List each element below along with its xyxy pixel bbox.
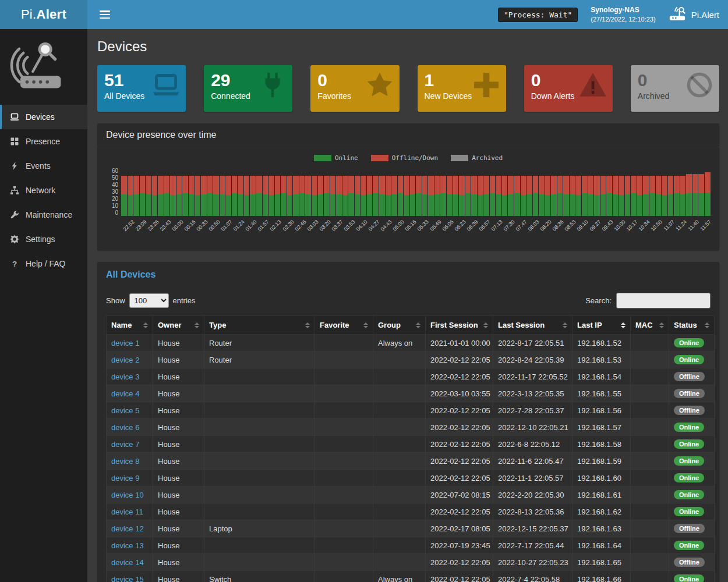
- entries-select[interactable]: 100: [129, 293, 169, 308]
- device-link[interactable]: device 5: [111, 406, 139, 415]
- bar-offline-segment: [478, 176, 483, 195]
- sidebar-item-help-faq[interactable]: ?Help / FAQ: [0, 251, 87, 276]
- device-link[interactable]: device 8: [111, 457, 139, 466]
- column-header-last_session[interactable]: Last Session: [493, 316, 572, 335]
- bar-online-segment: [459, 195, 465, 216]
- card-archived[interactable]: 0Archived: [631, 65, 719, 112]
- device-link[interactable]: device 13: [111, 541, 144, 550]
- gear-icon: [10, 235, 19, 244]
- sort-icon[interactable]: [483, 322, 488, 328]
- column-header-type[interactable]: Type: [204, 316, 315, 335]
- device-link[interactable]: device 11: [111, 508, 143, 516]
- legend-label: Archived: [472, 154, 503, 162]
- sidebar-item-maintenance[interactable]: Maintenance: [0, 203, 87, 227]
- bar-offline-segment: [342, 176, 348, 195]
- bar-offline-segment: [379, 176, 385, 194]
- bar-online-segment: [588, 194, 594, 216]
- sidebar-item-network[interactable]: Network: [0, 178, 87, 203]
- sort-icon[interactable]: [363, 322, 368, 328]
- bar-offline-segment: [545, 176, 551, 195]
- sort-icon[interactable]: [305, 322, 310, 328]
- column-header-owner[interactable]: Owner: [153, 316, 204, 335]
- sort-icon[interactable]: [705, 322, 709, 328]
- status-badge: Online: [674, 338, 704, 347]
- device-link[interactable]: device 7: [111, 440, 139, 449]
- chart-bar: [588, 176, 594, 216]
- device-link[interactable]: device 3: [111, 372, 139, 381]
- table-row: device 2HouseRouter2022-02-12 22:052022-…: [107, 352, 715, 368]
- card-all-devices[interactable]: 51All Devices: [97, 65, 186, 112]
- sidebar-item-events[interactable]: Events: [0, 154, 87, 178]
- sort-icon[interactable]: [621, 322, 625, 328]
- device-link[interactable]: device 10: [111, 491, 144, 499]
- device-link[interactable]: device 1: [111, 339, 139, 347]
- cell-type: Switch: [204, 571, 315, 582]
- column-header-favorite[interactable]: Favorite: [315, 316, 373, 335]
- chart-bar: [533, 176, 539, 216]
- sort-icon[interactable]: [659, 322, 664, 328]
- chart-bar: [545, 176, 551, 216]
- chart-bar: [220, 176, 225, 216]
- bar-offline-segment: [557, 176, 563, 193]
- grid-icon: [10, 137, 19, 146]
- column-header-mac[interactable]: MAC: [631, 316, 669, 335]
- bar-online-segment: [422, 194, 428, 216]
- table-row: device 14House2022-02-12 22:052022-10-27…: [107, 554, 715, 571]
- sidebar-item-settings[interactable]: Settings: [0, 227, 87, 251]
- bar-online-segment: [404, 195, 409, 216]
- x-tick: 23:43: [158, 218, 170, 246]
- column-header-name[interactable]: Name: [107, 316, 153, 335]
- x-tick: 03:37: [330, 218, 342, 246]
- app-logo[interactable]: Pi.Alert: [0, 0, 87, 29]
- cell-mac: [631, 419, 669, 436]
- device-link[interactable]: device 4: [111, 389, 139, 398]
- cell-status: Online: [669, 352, 715, 368]
- chart-bar: [606, 176, 612, 216]
- sort-icon[interactable]: [143, 322, 148, 328]
- sort-icon[interactable]: [416, 322, 420, 328]
- chart-bar: [140, 176, 146, 216]
- device-link[interactable]: device 12: [111, 524, 144, 533]
- device-link[interactable]: device 14: [111, 558, 144, 567]
- sort-icon[interactable]: [563, 322, 567, 328]
- device-link[interactable]: device 6: [111, 423, 139, 432]
- card-down-alerts[interactable]: 0Down Alerts: [524, 65, 613, 112]
- bar-offline-segment: [220, 176, 225, 194]
- sidebar-item-devices[interactable]: Devices: [0, 105, 87, 129]
- search-input[interactable]: [616, 293, 711, 308]
- bar-offline-segment: [582, 176, 588, 193]
- bar-online-segment: [490, 193, 496, 216]
- card-new-devices[interactable]: 1New Devices: [418, 65, 506, 112]
- device-link[interactable]: device 15: [111, 575, 144, 582]
- status-badge: Online: [674, 423, 704, 432]
- chart-bar: [496, 176, 501, 216]
- sidebar-toggle-button[interactable]: [100, 10, 110, 19]
- device-link[interactable]: device 2: [111, 356, 139, 364]
- cell-owner: House: [153, 503, 204, 520]
- card-favorites[interactable]: 0Favorites: [310, 65, 399, 112]
- chart-bar: [521, 176, 526, 216]
- bar-online-segment: [416, 193, 422, 216]
- column-header-group[interactable]: Group: [373, 316, 426, 335]
- cell-status: Offline: [669, 368, 715, 385]
- bar-offline-segment: [287, 176, 293, 195]
- bar-online-segment: [367, 194, 373, 216]
- device-link[interactable]: device 9: [111, 474, 139, 482]
- x-tick: 06:23: [453, 218, 465, 246]
- bar-offline-segment: [643, 176, 649, 194]
- slash-icon: [685, 71, 713, 101]
- bar-online-segment: [508, 194, 514, 216]
- column-header-last_ip[interactable]: Last IP: [572, 316, 631, 335]
- sidebar-item-presence[interactable]: Presence: [0, 129, 87, 154]
- brand-right[interactable]: Pi.Alert: [669, 6, 719, 23]
- bar-online-segment: [502, 195, 508, 216]
- x-tick: 11:40: [686, 218, 698, 246]
- sort-icon[interactable]: [195, 322, 199, 328]
- cell-group: [373, 487, 426, 503]
- bar-offline-segment: [324, 176, 330, 193]
- column-header-first_session[interactable]: First Session: [426, 316, 493, 335]
- table-controls: Show 100 entries Search:: [106, 293, 711, 308]
- card-connected[interactable]: 29Connected: [204, 65, 292, 112]
- table-row: device 1HouseRouterAlways on2021-01-01 0…: [107, 335, 715, 352]
- column-header-status[interactable]: Status: [669, 316, 715, 335]
